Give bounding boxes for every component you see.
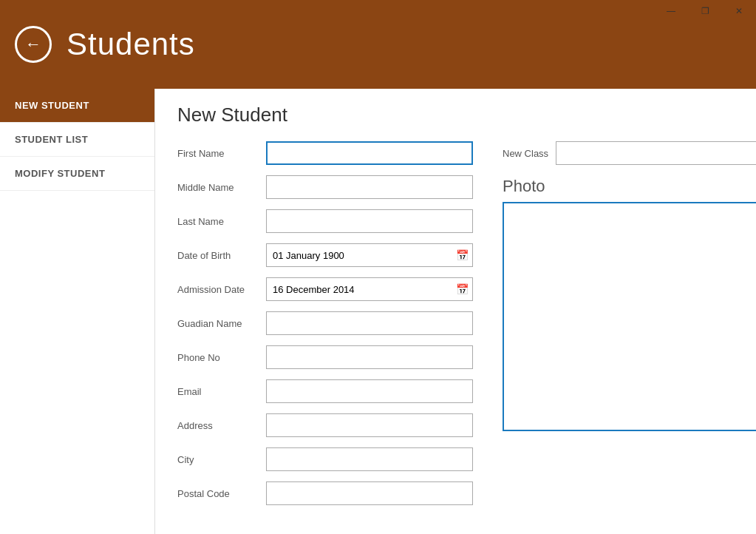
middle-name-label: Middle Name bbox=[177, 182, 266, 193]
form-left: First Name Middle Name Last Name Date of… bbox=[177, 141, 473, 516]
sidebar-item-student-list[interactable]: STUDENT LIST bbox=[0, 123, 154, 157]
form-right: New Class Photo bbox=[503, 141, 756, 516]
city-input[interactable] bbox=[266, 447, 473, 471]
address-row: Address bbox=[177, 413, 473, 437]
guardian-name-label: Guadian Name bbox=[177, 318, 266, 329]
city-row: City bbox=[177, 447, 473, 471]
dob-input[interactable] bbox=[266, 243, 473, 267]
dob-wrapper: 📅 bbox=[266, 243, 473, 267]
new-class-label: New Class bbox=[503, 148, 548, 159]
email-label: Email bbox=[177, 386, 266, 397]
dob-row: Date of Birth 📅 bbox=[177, 243, 473, 267]
guardian-name-input[interactable] bbox=[266, 311, 473, 335]
admission-date-label: Admission Date bbox=[177, 284, 266, 295]
title-bar: — ❐ ✕ bbox=[654, 0, 756, 22]
postal-code-label: Postal Code bbox=[177, 488, 266, 499]
first-name-label: First Name bbox=[177, 148, 266, 159]
first-name-input[interactable] bbox=[266, 141, 473, 165]
close-button[interactable]: ✕ bbox=[722, 0, 756, 22]
sidebar: NEW STUDENT STUDENT LIST MODIFY STUDENT bbox=[0, 89, 155, 534]
city-label: City bbox=[177, 454, 266, 465]
app-title: Students bbox=[67, 27, 195, 62]
header: ← Students bbox=[0, 0, 756, 89]
back-icon: ← bbox=[25, 35, 41, 54]
guardian-name-row: Guadian Name bbox=[177, 311, 473, 335]
new-class-select[interactable] bbox=[556, 141, 756, 165]
restore-button[interactable]: ❐ bbox=[688, 0, 722, 22]
phone-no-label: Phone No bbox=[177, 352, 266, 363]
phone-no-input[interactable] bbox=[266, 345, 473, 369]
last-name-row: Last Name bbox=[177, 209, 473, 233]
page-title: New Student bbox=[177, 104, 734, 126]
middle-name-row: Middle Name bbox=[177, 175, 473, 199]
new-class-row: New Class bbox=[503, 141, 756, 165]
last-name-input[interactable] bbox=[266, 209, 473, 233]
middle-name-input[interactable] bbox=[266, 175, 473, 199]
last-name-label: Last Name bbox=[177, 216, 266, 227]
phone-no-row: Phone No bbox=[177, 345, 473, 369]
address-input[interactable] bbox=[266, 413, 473, 437]
dob-label: Date of Birth bbox=[177, 250, 266, 261]
form-grid: First Name Middle Name Last Name Date of… bbox=[177, 141, 734, 516]
photo-box bbox=[503, 202, 756, 431]
back-button[interactable]: ← bbox=[15, 26, 52, 63]
content-area: New Student First Name Middle Name Last … bbox=[155, 89, 756, 534]
first-name-row: First Name bbox=[177, 141, 473, 165]
address-label: Address bbox=[177, 420, 266, 431]
postal-code-input[interactable] bbox=[266, 481, 473, 505]
sidebar-item-modify-student[interactable]: MODIFY STUDENT bbox=[0, 157, 154, 191]
admission-date-input[interactable] bbox=[266, 277, 473, 301]
photo-label: Photo bbox=[503, 177, 756, 196]
postal-code-row: Postal Code bbox=[177, 481, 473, 505]
minimize-button[interactable]: — bbox=[654, 0, 688, 22]
sidebar-item-new-student[interactable]: NEW STUDENT bbox=[0, 89, 154, 123]
admission-date-wrapper: 📅 bbox=[266, 277, 473, 301]
admission-date-row: Admission Date 📅 bbox=[177, 277, 473, 301]
email-input[interactable] bbox=[266, 379, 473, 403]
email-row: Email bbox=[177, 379, 473, 403]
main-layout: NEW STUDENT STUDENT LIST MODIFY STUDENT … bbox=[0, 89, 756, 534]
